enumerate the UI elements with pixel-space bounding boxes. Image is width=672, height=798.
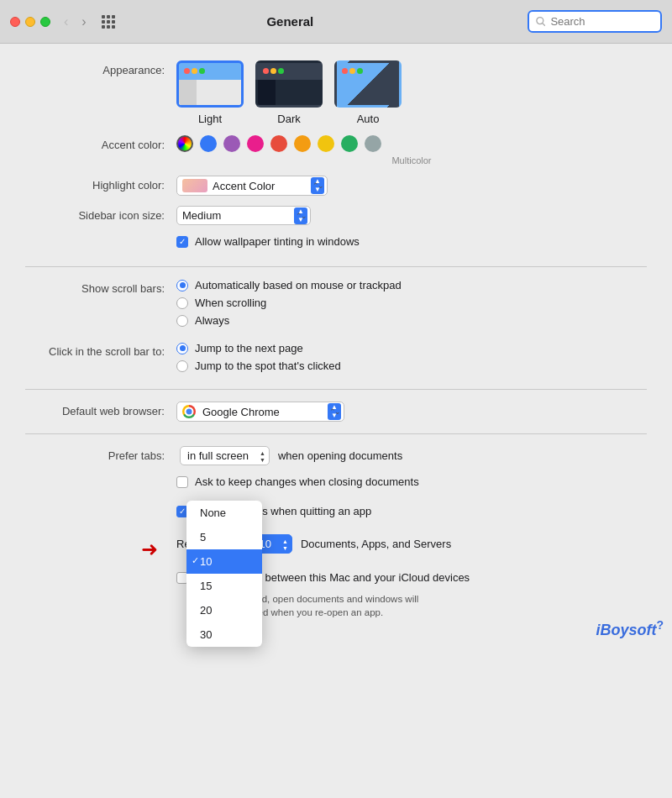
accent-pink[interactable] (247, 135, 264, 152)
dropdown-item-20[interactable]: 20 (186, 598, 262, 622)
accent-color-section: Accent color: Multicolor (25, 135, 647, 165)
accent-orange[interactable] (294, 135, 311, 152)
click-scroll-option-0: Jump to the next page (176, 342, 647, 354)
dropdown-item-5[interactable]: 5 (186, 525, 262, 549)
accent-graphite[interactable] (365, 135, 381, 152)
highlight-color-section: Highlight color: Accent Color ▲ ▼ (25, 176, 647, 196)
highlight-color-select[interactable]: Accent Color (176, 176, 328, 196)
default-browser-content: Google Chrome ▲ ▼ (176, 402, 647, 422)
prefer-tabs-content: in full screen ▲ ▼ when opening document… (176, 446, 647, 465)
ask-changes-checkbox[interactable] (176, 476, 188, 488)
appearance-dark-img (255, 60, 323, 108)
accent-red[interactable] (270, 135, 287, 152)
recent-items-section: ➜ Recent items: 10 ▲ ▼ Documents, Apps, … (25, 534, 647, 561)
appearance-cards: Light Dark (176, 60, 647, 125)
appearance-label: Appearance: (25, 60, 176, 76)
minimize-button[interactable] (25, 17, 35, 27)
watermark: iBoysoft? (596, 618, 664, 639)
scroll-bars-option-1: When scrolling (176, 297, 647, 309)
ask-changes-section: Ask to keep changes when closing documen… (25, 475, 647, 495)
prefer-tabs-section: Prefer tabs: in full screen ▲ ▼ when ope… (25, 446, 647, 465)
click-scroll-label-0: Jump to the next page (195, 342, 303, 354)
scroll-bars-radio-0[interactable] (176, 280, 188, 291)
ask-changes-content: Ask to keep changes when closing documen… (176, 475, 647, 495)
accent-color-label: Accent color: (25, 135, 176, 151)
accent-blue[interactable] (200, 135, 217, 152)
click-scroll-options: Jump to the next page Jump to the spot t… (176, 342, 647, 377)
search-input[interactable] (550, 15, 654, 28)
search-icon (536, 16, 545, 27)
recent-items-dropdown[interactable]: None 5 10 15 20 30 (186, 501, 262, 647)
accent-color-options (176, 135, 647, 152)
wallpaper-tinting-content: ✓ Allow wallpaper tinting in windows (176, 235, 647, 255)
search-box[interactable] (528, 10, 662, 33)
svg-point-0 (537, 18, 543, 24)
sidebar-icon-size-value: Medium (182, 209, 221, 222)
close-button[interactable] (10, 17, 20, 27)
wallpaper-tinting-row: ✓ Allow wallpaper tinting in windows (176, 235, 647, 248)
appearance-light-img (176, 60, 244, 108)
sidebar-icon-size-select[interactable]: Medium (176, 206, 311, 225)
click-scroll-label: Click in the scroll bar to: (25, 342, 176, 358)
watermark-q: ? (656, 618, 664, 632)
sidebar-icon-size-select-wrapper: Medium ▲ ▼ (176, 206, 311, 225)
window-controls (10, 17, 50, 27)
scroll-bars-radio-1[interactable] (176, 297, 188, 309)
default-browser-value: Google Chrome (202, 406, 280, 418)
highlight-color-select-wrapper: Accent Color ▲ ▼ (176, 176, 328, 196)
highlight-swatch (182, 179, 207, 192)
dropdown-item-10[interactable]: 10 (186, 549, 262, 574)
accent-multicolor[interactable] (176, 135, 193, 152)
wallpaper-tinting-checkbox[interactable]: ✓ (176, 236, 188, 248)
chrome-icon (182, 405, 196, 418)
sidebar-icon-size-label: Sidebar icon size: (25, 206, 176, 222)
prefer-tabs-select[interactable]: in full screen ▲ ▼ (180, 446, 270, 465)
accent-green[interactable] (341, 135, 358, 152)
appearance-light-label: Light (198, 113, 222, 125)
divider-1 (25, 266, 647, 267)
scroll-bars-option-2: Always (176, 314, 647, 327)
scroll-bars-label: Show scroll bars: (25, 279, 176, 295)
appearance-auto-label: Auto (357, 113, 380, 125)
handoff-section: Allow Handoff between this Mac and your … (25, 571, 647, 591)
prefer-tabs-value: in full screen (187, 449, 249, 462)
appearance-dark-label: Dark (277, 113, 300, 125)
scroll-bars-radio-2[interactable] (176, 315, 188, 327)
click-scroll-radio-1[interactable] (176, 360, 188, 372)
scroll-bars-options: Automatically based on mouse or trackpad… (176, 279, 647, 332)
wallpaper-tinting-label: Allow wallpaper tinting in windows (195, 235, 360, 248)
watermark-brand: iBoysoft (596, 622, 656, 638)
ask-changes-label: Ask to keep changes when closing documen… (195, 475, 419, 488)
appearance-dark[interactable]: Dark (255, 60, 323, 125)
recent-items-arrow: ▲ ▼ (282, 538, 288, 550)
default-browser-label: Default web browser: (25, 402, 176, 417)
appearance-light[interactable]: Light (176, 60, 244, 125)
click-scroll-section: Click in the scroll bar to: Jump to the … (25, 342, 647, 377)
dropdown-item-30[interactable]: 30 (186, 622, 262, 647)
highlight-color-content: Accent Color ▲ ▼ (176, 176, 647, 196)
scroll-bars-label-1: When scrolling (195, 297, 266, 309)
default-browser-select[interactable]: Google Chrome (176, 402, 344, 422)
maximize-button[interactable] (40, 17, 50, 27)
scroll-bars-label-0: Automatically based on mouse or trackpad (195, 279, 402, 291)
divider-2 (25, 389, 647, 390)
close-windows-section: ✓ Close windows when quitting an app (25, 505, 647, 524)
scroll-bars-label-2: Always (195, 314, 229, 327)
accent-purple[interactable] (223, 135, 240, 152)
appearance-auto-img (334, 60, 402, 108)
dropdown-item-15[interactable]: 15 (186, 574, 262, 598)
arrow-icon: ➜ (141, 538, 158, 561)
click-scroll-label-1: Jump to the spot that's clicked (195, 360, 341, 372)
dropdown-item-none[interactable]: None (186, 501, 262, 525)
page-title: General (60, 14, 521, 29)
highlight-color-label: Highlight color: (25, 176, 176, 192)
wallpaper-tinting-section: ✓ Allow wallpaper tinting in windows (25, 235, 647, 255)
prefer-tabs-suffix: when opening documents (278, 449, 402, 462)
click-scroll-radio-0[interactable] (176, 343, 188, 354)
prefer-tabs-arrow: ▲ ▼ (260, 449, 265, 462)
sidebar-icon-size-section: Sidebar icon size: Medium ▲ ▼ (25, 206, 647, 225)
accent-multicolor-dot[interactable] (176, 135, 193, 152)
accent-yellow[interactable] (318, 135, 334, 152)
divider-3 (25, 433, 647, 434)
appearance-auto[interactable]: Auto (334, 60, 402, 125)
